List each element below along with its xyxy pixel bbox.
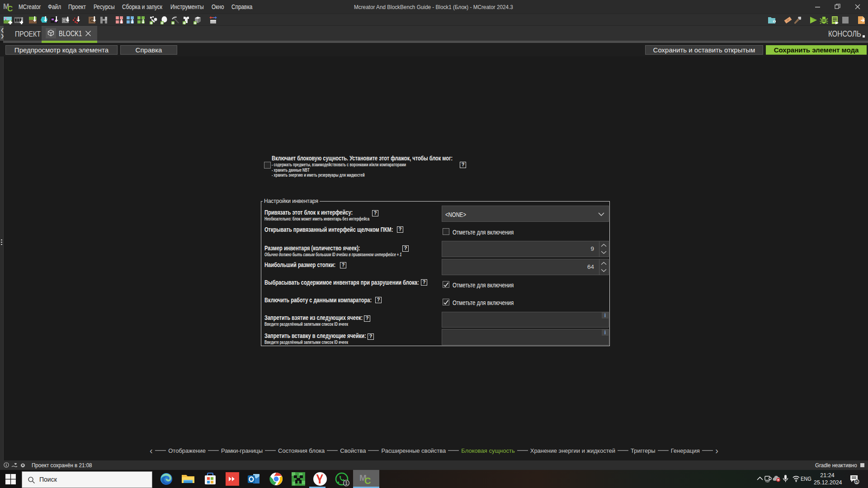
svg-text:C: C <box>364 476 371 486</box>
svg-text:C: C <box>7 5 13 12</box>
svg-text:1: 1 <box>345 481 348 486</box>
svg-text:5: 5 <box>855 479 858 484</box>
